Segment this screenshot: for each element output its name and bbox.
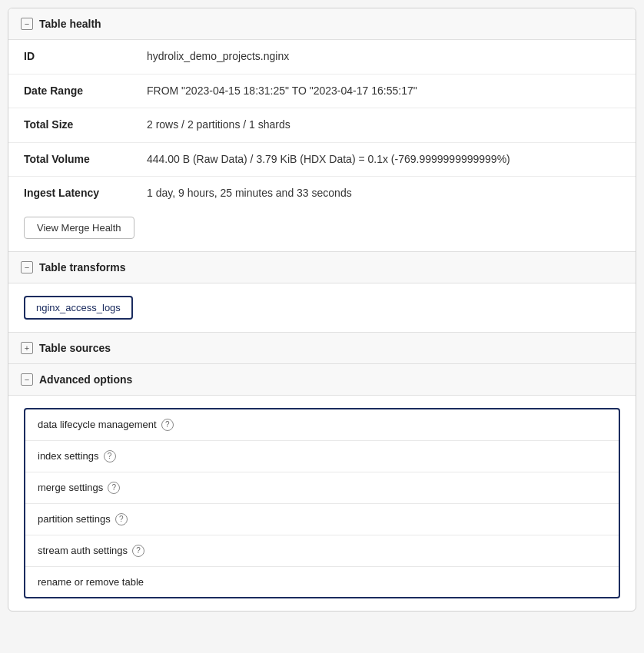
info-row-total-size: Total Size 2 rows / 2 partitions / 1 sha…: [8, 108, 636, 143]
table-health-title: Table health: [39, 18, 101, 30]
table-transforms-section: − Table transforms nginx_access_logs: [8, 252, 636, 333]
table-sources-title: Table sources: [39, 342, 111, 354]
info-row-total-volume: Total Volume 444.00 B (Raw Data) / 3.79 …: [8, 143, 636, 177]
advanced-options-header[interactable]: − Advanced options: [8, 364, 636, 396]
table-transforms-header[interactable]: − Table transforms: [8, 252, 636, 283]
label-id: ID: [24, 49, 147, 62]
main-panel: − Table health ID hydrolix_demo_projects…: [8, 8, 636, 612]
info-row-date-range: Date Range FROM "2023-04-15 18:31:25" TO…: [8, 75, 636, 109]
advanced-item-label-rename-remove-table: rename or remove table: [38, 576, 144, 588]
help-icon-stream-auth-settings[interactable]: ?: [132, 545, 144, 557]
transform-tag[interactable]: nginx_access_logs: [24, 296, 133, 320]
help-icon-partition-settings[interactable]: ?: [115, 513, 128, 525]
advanced-item-label-data-lifecycle: data lifecycle management: [38, 419, 157, 430]
table-sources-expand-icon[interactable]: +: [21, 342, 33, 354]
label-total-size: Total Size: [24, 118, 147, 131]
help-icon-data-lifecycle[interactable]: ?: [161, 419, 174, 431]
value-ingest-latency: 1 day, 9 hours, 25 minutes and 33 second…: [147, 186, 620, 201]
label-total-volume: Total Volume: [24, 152, 147, 165]
value-total-volume: 444.00 B (Raw Data) / 3.79 KiB (HDX Data…: [147, 152, 620, 167]
table-sources-header[interactable]: + Table sources: [8, 333, 636, 363]
table-health-header[interactable]: − Table health: [8, 8, 636, 40]
advanced-item-label-stream-auth-settings: stream auth settings: [38, 545, 128, 556]
table-sources-section: + Table sources: [8, 333, 636, 364]
table-transforms-collapse-icon[interactable]: −: [21, 261, 33, 273]
advanced-item-partition-settings[interactable]: partition settings ?: [25, 504, 619, 535]
label-date-range: Date Range: [24, 84, 147, 97]
advanced-item-data-lifecycle[interactable]: data lifecycle management ?: [25, 409, 619, 441]
value-id: hydrolix_demo_projects.nginx: [147, 49, 620, 65]
advanced-options-list: data lifecycle management ? index settin…: [24, 408, 620, 598]
advanced-item-stream-auth-settings[interactable]: stream auth settings ?: [25, 535, 619, 567]
advanced-options-title: Advanced options: [39, 373, 132, 386]
advanced-options-collapse-icon[interactable]: −: [21, 373, 33, 386]
advanced-options-content: data lifecycle management ? index settin…: [8, 408, 636, 598]
view-merge-health-button[interactable]: View Merge Health: [24, 217, 134, 239]
advanced-item-rename-remove-table[interactable]: rename or remove table: [25, 567, 619, 597]
info-row-ingest-latency: Ingest Latency 1 day, 9 hours, 25 minute…: [8, 177, 636, 210]
label-ingest-latency: Ingest Latency: [24, 186, 147, 199]
help-icon-index-settings[interactable]: ?: [104, 450, 116, 462]
advanced-item-merge-settings[interactable]: merge settings ?: [25, 472, 619, 504]
table-health-section: − Table health ID hydrolix_demo_projects…: [8, 8, 636, 252]
table-health-collapse-icon[interactable]: −: [21, 18, 33, 30]
table-health-info: ID hydrolix_demo_projects.nginx Date Ran…: [8, 40, 636, 210]
value-total-size: 2 rows / 2 partitions / 1 shards: [147, 118, 620, 133]
advanced-item-index-settings[interactable]: index settings ?: [25, 441, 619, 472]
table-transforms-title: Table transforms: [39, 261, 126, 273]
transforms-content: nginx_access_logs: [8, 283, 636, 332]
info-row-id: ID hydrolix_demo_projects.nginx: [8, 40, 636, 75]
advanced-item-label-partition-settings: partition settings: [38, 513, 111, 525]
value-date-range: FROM "2023-04-15 18:31:25" TO "2023-04-1…: [147, 84, 620, 99]
help-icon-merge-settings[interactable]: ?: [108, 482, 120, 494]
advanced-item-label-merge-settings: merge settings: [38, 482, 103, 493]
advanced-options-section: − Advanced options data lifecycle manage…: [8, 364, 636, 598]
advanced-item-label-index-settings: index settings: [38, 450, 99, 462]
